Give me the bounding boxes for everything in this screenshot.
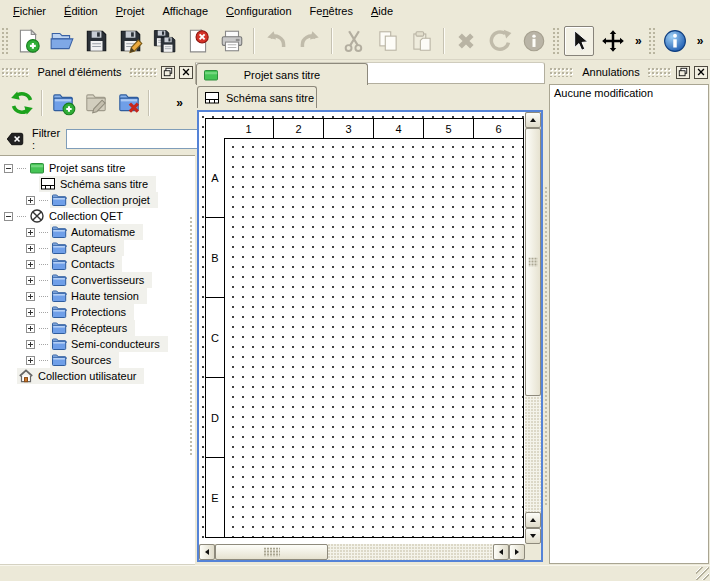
copy-icon: [375, 28, 401, 54]
cut-button[interactable]: [337, 24, 371, 58]
delete-button[interactable]: [449, 24, 483, 58]
expand-icon[interactable]: [26, 196, 35, 205]
save-as-button[interactable]: [113, 24, 147, 58]
paste-button[interactable]: [405, 24, 439, 58]
tree-item-haute-tension[interactable]: Haute tension: [0, 288, 195, 304]
grid-column-label: 1: [224, 118, 274, 139]
dock-title-texture: [2, 68, 29, 77]
frame-drawing-area[interactable]: [224, 138, 524, 538]
scroll-up-button[interactable]: [525, 112, 541, 128]
tree-item-label: Contacts: [71, 258, 114, 270]
vertical-scroll-thumb[interactable]: [525, 128, 541, 396]
tree-item-sources[interactable]: Sources: [0, 352, 195, 368]
expand-icon[interactable]: [26, 244, 35, 253]
tree-item-label: Haute tension: [71, 290, 139, 302]
redo-button[interactable]: [293, 24, 327, 58]
reload-collections-button[interactable]: [5, 87, 38, 120]
menu-fichier[interactable]: Fichier: [4, 2, 55, 20]
scroll-left-button-2[interactable]: [493, 544, 509, 560]
scroll-up-button-2[interactable]: [525, 512, 541, 528]
expand-icon[interactable]: [26, 356, 35, 365]
tree-item-protections[interactable]: Protections: [0, 304, 195, 320]
folder-icon: [51, 240, 67, 256]
expand-icon[interactable]: [26, 228, 35, 237]
menu-affichage[interactable]: Affichage: [153, 2, 217, 20]
new-category-button[interactable]: [46, 87, 79, 120]
menu-aide[interactable]: Aide: [362, 2, 402, 20]
menu-projet[interactable]: Projet: [107, 2, 154, 20]
save-all-button[interactable]: [147, 24, 181, 58]
rotate-button[interactable]: [483, 24, 517, 58]
copy-button[interactable]: [371, 24, 405, 58]
delete-category-button[interactable]: [112, 87, 145, 120]
expand-icon[interactable]: [26, 292, 35, 301]
tree-item-contacts[interactable]: Contacts: [0, 256, 195, 272]
new-document-button[interactable]: [11, 24, 45, 58]
menu-configuration[interactable]: Configuration: [217, 2, 300, 20]
edit-category-button[interactable]: [79, 87, 112, 120]
tree-item-automatisme[interactable]: Automatisme: [0, 224, 195, 240]
undo-dock-titlebar[interactable]: Annulations: [550, 62, 708, 82]
collapse-icon[interactable]: [4, 212, 13, 221]
menu-fenetres[interactable]: Fenêtres: [301, 2, 362, 20]
toolbar-overflow-button[interactable]: »: [630, 34, 647, 48]
move-scene-button[interactable]: [596, 24, 630, 58]
close-file-button[interactable]: [181, 24, 215, 58]
schema-icon: [40, 176, 56, 192]
toolbar-overflow-button[interactable]: »: [692, 34, 709, 48]
tree-item-label: Récepteurs: [71, 322, 127, 334]
expand-icon[interactable]: [26, 260, 35, 269]
expand-icon[interactable]: [26, 324, 35, 333]
scroll-right-button[interactable]: [509, 544, 525, 560]
undo-history-list[interactable]: Aucune modification: [549, 84, 709, 564]
thumb-grip: [264, 548, 280, 557]
select-arrow-icon: [566, 28, 592, 54]
expand-icon[interactable]: [26, 308, 35, 317]
tree-item-recepteurs[interactable]: Récepteurs: [0, 320, 195, 336]
arrow-up-icon: [530, 118, 536, 122]
tree-item-collection-qet[interactable]: Collection QET: [0, 208, 195, 224]
horizontal-scroll-track[interactable]: [328, 544, 493, 560]
toolbar-drag-handle[interactable]: [649, 28, 656, 54]
float-dock-button[interactable]: [161, 66, 175, 79]
select-arrow-button[interactable]: [564, 26, 594, 56]
tree-item-projet-sans-titre[interactable]: Projet sans titre: [0, 160, 195, 176]
tree-item-collection-utilisateur[interactable]: Collection utilisateur: [0, 368, 195, 384]
tab-schema-sans-titre[interactable]: Schéma sans titre: [197, 86, 317, 108]
float-dock-button[interactable]: [676, 66, 690, 79]
tree-item-semi-conducteurs[interactable]: Semi-conducteurs: [0, 336, 195, 352]
close-dock-button[interactable]: [179, 66, 193, 79]
print-button[interactable]: [215, 24, 249, 58]
element-info-button[interactable]: [517, 24, 551, 58]
tree-item-convertisseurs[interactable]: Convertisseurs: [0, 272, 195, 288]
vertical-scroll-track[interactable]: [525, 396, 541, 512]
scroll-left-button[interactable]: [199, 544, 215, 560]
filter-input[interactable]: [66, 129, 216, 149]
toolbar-overflow-button[interactable]: »: [176, 96, 183, 110]
toolbar-drag-handle[interactable]: [2, 28, 9, 54]
tree-item-collection-projet[interactable]: Collection projet: [0, 192, 195, 208]
menu-edition[interactable]: Édition: [55, 2, 107, 20]
save-button[interactable]: [79, 24, 113, 58]
schema-canvas[interactable]: 123456 ABCDE: [199, 112, 525, 544]
tree-item-capteurs[interactable]: Capteurs: [0, 240, 195, 256]
expand-icon[interactable]: [26, 276, 35, 285]
tab-project-sans-titre[interactable]: Projet sans titre: [196, 63, 368, 85]
elements-panel-titlebar[interactable]: Panel d'éléments: [2, 62, 193, 82]
status-bar: [0, 565, 710, 581]
expand-icon[interactable]: [26, 340, 35, 349]
float-dock-icon: [678, 67, 688, 77]
resize-grip[interactable]: [696, 567, 709, 580]
filter-row: Filtrer :: [0, 126, 195, 152]
open-project-button[interactable]: [45, 24, 79, 58]
clear-filter-button[interactable]: [4, 129, 26, 149]
toolbar-drag-handle[interactable]: [553, 28, 560, 54]
close-dock-button[interactable]: [694, 66, 708, 79]
collapse-icon[interactable]: [4, 164, 13, 173]
scroll-down-button[interactable]: [525, 528, 541, 544]
horizontal-scroll-thumb[interactable]: [215, 544, 328, 560]
tree-item-schema-sans-titre[interactable]: Schéma sans titre: [0, 176, 195, 192]
about-qet-button[interactable]: [658, 24, 692, 58]
tree-item-label: Semi-conducteurs: [71, 338, 160, 350]
undo-button[interactable]: [259, 24, 293, 58]
